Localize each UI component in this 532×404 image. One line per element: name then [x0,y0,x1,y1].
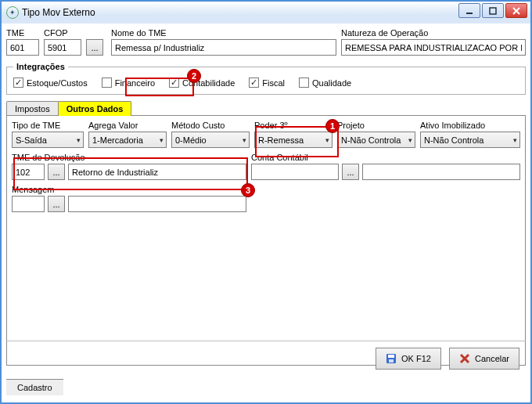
status-bar: Cadastro [6,379,526,398]
tme-input[interactable] [6,39,39,56]
tme-devolucao-desc[interactable] [68,164,246,180]
cfop-lookup-button[interactable]: ... [86,39,103,56]
natureza-input[interactable] [341,39,526,56]
tme-devolucao-lookup[interactable]: ... [48,164,65,180]
nome-tme-input[interactable] [111,39,336,56]
projeto-select[interactable] [337,132,415,148]
chk-label: Estoque/Custos [27,78,88,88]
mensagem-lookup[interactable]: ... [48,196,65,212]
cancel-button[interactable]: Cancelar [449,348,519,370]
conta-contabil-label: Conta Contábil [251,153,520,162]
metodo-custo-label: Método Custo [171,121,250,130]
agrega-valor-select[interactable] [88,132,167,148]
checkbox-icon [249,78,259,88]
chk-label: Financeiro [115,78,155,88]
chk-label: Contabilidade [182,78,235,88]
chk-estoque-custos[interactable]: Estoque/Custos [13,78,88,88]
ativo-imob-select[interactable] [420,132,520,148]
chk-fiscal[interactable]: Fiscal [249,78,285,88]
mensagem-label: Mensagem [12,185,246,194]
app-icon: ✦ [6,6,19,19]
agrega-valor-label: Agrega Valor [88,121,167,130]
window-title: Tipo Mov Externo [22,7,95,18]
conta-contabil-lookup[interactable]: ... [342,164,359,180]
cancel-icon [459,353,470,364]
tme-label: TME [6,28,39,38]
projeto-label: Projeto [337,121,415,130]
ok-label: OK F12 [401,354,431,363]
mensagem-code[interactable] [12,196,45,212]
close-button[interactable] [505,3,527,18]
chk-label: Fiscal [262,78,285,88]
poder-3-label: Poder 3º [254,121,332,130]
conta-contabil-desc[interactable] [362,164,520,180]
tipo-tme-label: Tipo de TME [12,121,84,130]
title-bar: ✦ Tipo Mov Externo [2,2,530,23]
cfop-input[interactable] [44,39,81,56]
tab-outros-dados[interactable]: Outros Dados [58,101,132,116]
ativo-imob-label: Ativo Imobilizado [420,121,520,130]
tme-devolucao-label: TME de Devolução [12,153,246,162]
checkbox-icon [102,78,112,88]
chk-qualidade[interactable]: Qualidade [299,78,351,88]
minimize-button[interactable] [458,3,480,18]
poder-3-select[interactable] [254,132,332,148]
bottom-bar: OK F12 Cancelar [6,341,526,376]
svg-rect-1 [490,8,496,14]
integracoes-legend: Integrações [13,62,68,71]
tab-strip: Impostos Outros Dados [6,98,526,115]
conta-contabil-code[interactable] [251,164,339,180]
checkbox-icon [299,78,309,88]
tipo-tme-select[interactable] [12,132,84,148]
save-icon [386,353,397,364]
maximize-button[interactable] [482,3,504,18]
checkbox-icon [169,78,179,88]
svg-rect-5 [388,355,394,358]
ok-button[interactable]: OK F12 [376,348,441,370]
natureza-label: Natureza de Operação [341,28,526,38]
integracoes-fieldset: Integrações Estoque/Custos Financeiro Co… [6,62,526,95]
cfop-label: CFOP [44,28,81,38]
tab-body: Tipo de TME ▾ Agrega Valor ▾ Método Cust… [6,115,526,366]
tab-impostos[interactable]: Impostos [6,101,59,116]
tme-devolucao-code[interactable] [12,164,45,180]
mensagem-desc[interactable] [68,196,246,212]
chk-contabilidade[interactable]: Contabilidade [169,78,235,88]
checkbox-icon [13,78,23,88]
nome-tme-label: Nome do TME [111,28,336,38]
status-tab-cadastro[interactable]: Cadastro [6,379,63,395]
chk-label: Qualidade [312,78,351,88]
cancel-label: Cancelar [475,354,509,363]
metodo-custo-select[interactable] [171,132,250,148]
svg-rect-6 [389,359,394,363]
chk-financeiro[interactable]: Financeiro [102,78,155,88]
